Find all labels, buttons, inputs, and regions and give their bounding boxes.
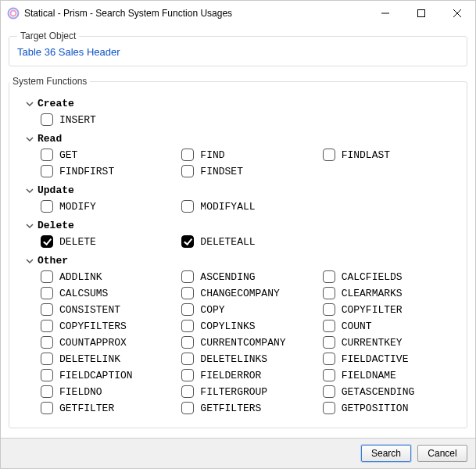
checkbox[interactable] <box>181 200 194 213</box>
function-item[interactable]: FIELDNAME <box>323 368 456 382</box>
function-item[interactable]: CALCFIELDS <box>323 270 456 284</box>
function-item[interactable]: FIELDCAPTION <box>41 368 174 382</box>
function-item[interactable]: FINDSET <box>181 164 314 178</box>
checkbox[interactable] <box>323 385 335 398</box>
checkbox[interactable] <box>41 287 53 299</box>
function-item[interactable]: CONSISTENT <box>41 303 174 317</box>
category-header[interactable]: Delete <box>25 218 456 233</box>
target-object-link[interactable]: Table 36 Sales Header <box>17 46 120 58</box>
checkbox[interactable] <box>181 235 194 248</box>
function-item[interactable]: INSERT <box>41 113 456 127</box>
checkbox[interactable] <box>41 235 53 248</box>
function-item[interactable]: GETFILTERS <box>181 401 314 415</box>
checkbox[interactable] <box>323 303 335 316</box>
function-label: COUNTAPPROX <box>59 337 127 349</box>
checkbox[interactable] <box>181 165 194 177</box>
checkbox[interactable] <box>41 369 53 381</box>
checkbox[interactable] <box>181 320 194 332</box>
category-header[interactable]: Update <box>25 183 456 198</box>
function-item[interactable]: FINDFIRST <box>41 164 174 178</box>
functions-scroll-area[interactable]: CreateINSERTReadGETFINDFINDLASTFINDFIRST… <box>17 91 459 420</box>
target-object-group: Target Object Table 36 Sales Header <box>9 30 467 66</box>
chevron-down-icon <box>25 256 34 266</box>
function-label: GETFILTER <box>59 403 114 414</box>
function-item[interactable]: GETFILTER <box>41 401 174 415</box>
function-item[interactable]: ADDLINK <box>41 270 174 284</box>
function-item[interactable]: COPY <box>181 303 314 317</box>
checkbox[interactable] <box>41 402 53 414</box>
checkbox[interactable] <box>181 369 194 381</box>
checkbox[interactable] <box>41 113 53 126</box>
function-item[interactable]: FINDLAST <box>323 148 456 162</box>
function-item[interactable]: COUNTAPPROX <box>41 335 174 349</box>
checkbox[interactable] <box>41 353 53 365</box>
function-item[interactable]: FIELDERROR <box>181 368 314 382</box>
checkbox[interactable] <box>181 270 194 283</box>
function-item[interactable]: DELETELINK <box>41 352 174 366</box>
checkbox[interactable] <box>41 165 53 177</box>
function-label: CURRENTKEY <box>342 337 403 349</box>
minimize-button[interactable] <box>367 1 403 26</box>
close-button[interactable] <box>439 1 475 26</box>
function-item[interactable]: COUNT <box>323 319 456 333</box>
function-label: MODIFY <box>59 201 96 213</box>
function-item[interactable]: FIND <box>181 148 314 162</box>
cancel-button[interactable]: Cancel <box>417 445 467 462</box>
maximize-button[interactable] <box>403 1 439 26</box>
checkbox[interactable] <box>181 402 194 414</box>
function-item[interactable]: MODIFY <box>41 199 174 213</box>
svg-point-0 <box>9 9 19 19</box>
checkbox[interactable] <box>41 336 53 349</box>
checkbox[interactable] <box>181 336 194 349</box>
function-item[interactable]: CHANGECOMPANY <box>181 286 314 300</box>
category-header[interactable]: Create <box>25 96 456 111</box>
checkbox[interactable] <box>323 369 335 381</box>
function-item[interactable]: COPYFILTERS <box>41 319 174 333</box>
checkbox[interactable] <box>41 200 53 213</box>
category-label: Read <box>38 133 62 145</box>
function-label: GET <box>59 149 77 161</box>
function-item[interactable]: ASCENDING <box>181 270 314 284</box>
function-item[interactable]: DELETELINKS <box>181 352 314 366</box>
function-item[interactable]: COPYLINKS <box>181 319 314 333</box>
category-header[interactable]: Other <box>25 253 456 268</box>
category-body: DELETEDELETEALL <box>25 233 456 252</box>
checkbox[interactable] <box>41 149 53 161</box>
checkbox[interactable] <box>181 287 194 299</box>
category-header[interactable]: Read <box>25 131 456 146</box>
checkbox[interactable] <box>181 303 194 316</box>
checkbox[interactable] <box>41 385 53 398</box>
checkbox[interactable] <box>323 270 335 283</box>
function-item[interactable]: DELETEALL <box>181 234 314 249</box>
function-item[interactable]: CURRENTCOMPANY <box>181 335 314 349</box>
checkbox[interactable] <box>323 320 335 332</box>
function-item[interactable]: CURRENTKEY <box>323 335 456 349</box>
function-label: DELETELINKS <box>200 353 267 365</box>
function-item[interactable]: FIELDACTIVE <box>323 352 456 366</box>
function-item[interactable]: GETPOSITION <box>323 401 456 415</box>
function-item[interactable]: GETASCENDING <box>323 385 456 399</box>
checkbox[interactable] <box>181 149 194 161</box>
dialog-footer: Search Cancel <box>1 438 475 468</box>
checkbox[interactable] <box>41 270 53 283</box>
category-read: ReadGETFINDFINDLASTFINDFIRSTFINDSET <box>25 131 456 181</box>
function-label: CONSISTENT <box>59 304 120 316</box>
function-item[interactable]: COPYFILTER <box>323 303 456 317</box>
checkbox[interactable] <box>323 336 335 349</box>
checkbox[interactable] <box>41 303 53 316</box>
checkbox[interactable] <box>181 353 194 365</box>
checkbox[interactable] <box>41 320 53 332</box>
search-button[interactable]: Search <box>361 445 411 462</box>
function-item[interactable]: CLEARMARKS <box>323 286 456 300</box>
function-item[interactable]: CALCSUMS <box>41 286 174 300</box>
checkbox[interactable] <box>323 353 335 365</box>
checkbox[interactable] <box>181 385 194 398</box>
function-item[interactable]: FILTERGROUP <box>181 385 314 399</box>
function-item[interactable]: GET <box>41 148 174 162</box>
function-item[interactable]: DELETE <box>41 234 174 249</box>
checkbox[interactable] <box>323 402 335 414</box>
function-item[interactable]: FIELDNO <box>41 385 174 399</box>
function-item[interactable]: MODIFYALL <box>181 199 314 213</box>
checkbox[interactable] <box>323 287 335 299</box>
checkbox[interactable] <box>323 149 335 161</box>
